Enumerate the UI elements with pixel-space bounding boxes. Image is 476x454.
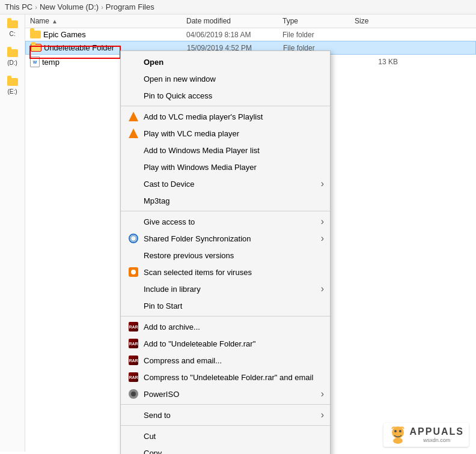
breadcrumb-sep1: ›: [35, 4, 37, 11]
menu-sep-5: [121, 425, 330, 426]
context-menu: Open Open in new window Pin to Quick acc…: [120, 50, 331, 454]
appuals-text-label: APPUALS wsxdn.com: [410, 426, 464, 443]
copy-icon: [128, 447, 139, 454]
menu-item-mp3tag[interactable]: Mp3tag: [121, 192, 330, 209]
cast-icon: [128, 178, 139, 189]
menu-item-pin-quick[interactable]: Pin to Quick access: [121, 87, 330, 104]
menu-label-compress-email: Compress and email...: [144, 356, 323, 365]
menu-item-add-rar[interactable]: RAR Add to "Undeleteable Folder.rar": [121, 335, 330, 352]
col-header-name[interactable]: Name ▲: [30, 17, 186, 25]
rar-email-icon: RAR: [128, 372, 139, 383]
file-name: temp: [42, 58, 60, 67]
sidebar-label-c: C:: [4, 31, 21, 37]
rar-archive-icon: RAR: [128, 321, 139, 332]
menu-item-copy[interactable]: Copy: [121, 444, 330, 454]
wmp-play-icon: [128, 162, 139, 172]
menu-sep-4: [121, 404, 330, 405]
appuals-logo: APPUALS wsxdn.com: [383, 423, 469, 447]
svg-point-2: [399, 430, 401, 432]
menu-item-wmp-play[interactable]: Play with Windows Media Player: [121, 159, 330, 175]
breadcrumb-part2[interactable]: New Volume (D:): [40, 2, 99, 11]
menu-item-cast[interactable]: Cast to Device: [121, 175, 330, 192]
menu-item-scan-viruses[interactable]: Scan selected items for viruses: [121, 264, 330, 280]
sidebar-item-e[interactable]: (E:): [2, 77, 22, 96]
menu-label-mp3tag: Mp3tag: [144, 196, 323, 205]
menu-item-compress-email[interactable]: RAR Compress and email...: [121, 352, 330, 369]
folder-icon: [30, 31, 41, 38]
menu-item-compress-rar-email[interactable]: RAR Compress to "Undeleteable Folder.rar…: [121, 369, 330, 386]
mp3tag-icon: [128, 195, 139, 206]
open-new-window-icon: [128, 73, 139, 84]
restore-icon: [128, 250, 139, 261]
menu-label-send-to: Send to: [144, 411, 323, 420]
menu-label-cut: Cut: [144, 432, 323, 441]
menu-label-include-library: Include in library: [144, 285, 323, 294]
menu-label-add-archive: Add to archive...: [144, 322, 323, 331]
content-area: C: (D:) (E:) Name ▲ Date modified Type: [0, 14, 476, 452]
breadcrumb-part1[interactable]: This PC: [5, 2, 32, 11]
wmp-list-icon: [128, 145, 139, 156]
sidebar-item-d[interactable]: (D:): [2, 48, 22, 67]
file-name: Epic Games: [43, 30, 86, 39]
col-header-type[interactable]: Type: [282, 17, 355, 25]
library-icon: [128, 283, 139, 294]
sidebar-item-c[interactable]: C:: [2, 19, 22, 38]
menu-label-shared-folder: Shared Folder Synchronization: [144, 234, 323, 243]
menu-item-restore[interactable]: Restore previous versions: [121, 247, 330, 264]
menu-label-scan-viruses: Scan selected items for viruses: [144, 268, 323, 277]
appuals-mascot-icon: [388, 425, 407, 444]
file-size: 13 KB: [355, 58, 403, 66]
doc-icon: W: [30, 56, 40, 67]
menu-item-add-archive[interactable]: RAR Add to archive...: [121, 318, 330, 335]
watermark: APPUALS wsxdn.com: [383, 423, 469, 447]
menu-item-include-library[interactable]: Include in library: [121, 280, 330, 297]
sidebar: C: (D:) (E:): [0, 14, 25, 452]
pin-icon: [128, 90, 139, 101]
menu-item-vlc-play[interactable]: Play with VLC media player: [121, 125, 330, 142]
menu-sep-2: [121, 211, 330, 211]
menu-label-wmp-list: Add to Windows Media Player list: [144, 146, 323, 155]
sort-arrow-icon: ▲: [52, 18, 58, 25]
file-row-epic-games[interactable]: Epic Games 04/06/2019 8:18 AM File folde…: [25, 28, 476, 41]
svg-point-1: [394, 430, 397, 432]
explorer-window: This PC › New Volume (D:) › Program File…: [0, 0, 476, 454]
menu-label-restore: Restore previous versions: [144, 251, 323, 260]
menu-label-open: Open: [144, 58, 323, 67]
menu-sep-3: [121, 316, 330, 316]
column-headers: Name ▲ Date modified Type Size: [25, 14, 476, 28]
open-icon: [128, 56, 139, 67]
menu-item-open-new-window[interactable]: Open in new window: [121, 70, 330, 87]
menu-label-compress-rar-email: Compress to "Undeleteable Folder.rar" an…: [144, 373, 323, 382]
menu-label-wmp-play: Play with Windows Media Player: [144, 163, 323, 172]
menu-item-poweriso[interactable]: PowerISO: [121, 386, 330, 402]
menu-label-vlc-play: Play with VLC media player: [144, 129, 323, 138]
breadcrumb-sep2: ›: [101, 4, 103, 11]
vlc-play-icon: [128, 128, 139, 139]
menu-item-open[interactable]: Open: [121, 53, 330, 70]
menu-label-add-rar: Add to "Undeleteable Folder.rar": [144, 339, 323, 348]
menu-item-cut[interactable]: Cut: [121, 428, 330, 444]
menu-label-poweriso: PowerISO: [144, 390, 323, 399]
watermark-site: wsxdn.com: [410, 437, 464, 443]
compress-email-icon: RAR: [128, 355, 139, 366]
menu-label-vlc-playlist: Add to VLC media player's Playlist: [144, 112, 323, 121]
sidebar-label-d: (D:): [4, 59, 21, 66]
send-to-icon: [128, 410, 139, 420]
menu-item-wmp-list[interactable]: Add to Windows Media Player list: [121, 142, 330, 159]
menu-item-give-access[interactable]: Give access to: [121, 213, 330, 230]
menu-item-vlc-playlist[interactable]: Add to VLC media player's Playlist: [121, 108, 330, 125]
vlc-icon: [128, 111, 139, 122]
menu-item-pin-start[interactable]: Pin to Start: [121, 297, 330, 314]
svg-point-3: [393, 438, 403, 444]
menu-label-pin-start: Pin to Start: [144, 301, 323, 310]
menu-item-shared-folder[interactable]: Shared Folder Synchronization: [121, 230, 330, 247]
menu-label-copy: Copy: [144, 449, 323, 455]
menu-item-send-to[interactable]: Send to: [121, 407, 330, 423]
av-scan-icon: [128, 267, 139, 277]
col-header-size[interactable]: Size: [355, 17, 403, 25]
file-date: 04/06/2019 8:18 AM: [186, 31, 282, 39]
menu-label-give-access: Give access to: [144, 217, 323, 226]
breadcrumb-part3[interactable]: Program Files: [106, 2, 154, 11]
file-type: File folder: [282, 31, 355, 39]
col-header-date[interactable]: Date modified: [186, 17, 282, 25]
